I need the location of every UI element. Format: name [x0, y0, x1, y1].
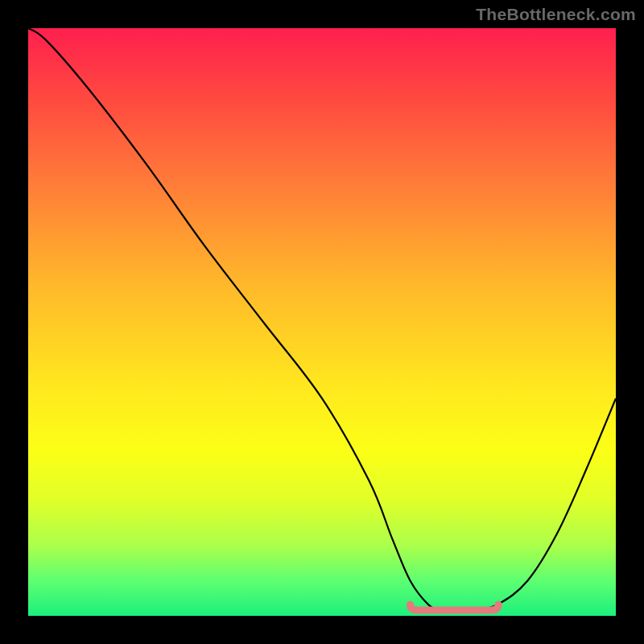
- minimum-marker: [411, 605, 499, 610]
- bottleneck-curve-svg: [28, 28, 616, 616]
- watermark-text: TheBottleneck.com: [476, 5, 636, 24]
- bottleneck-curve-path: [28, 28, 616, 610]
